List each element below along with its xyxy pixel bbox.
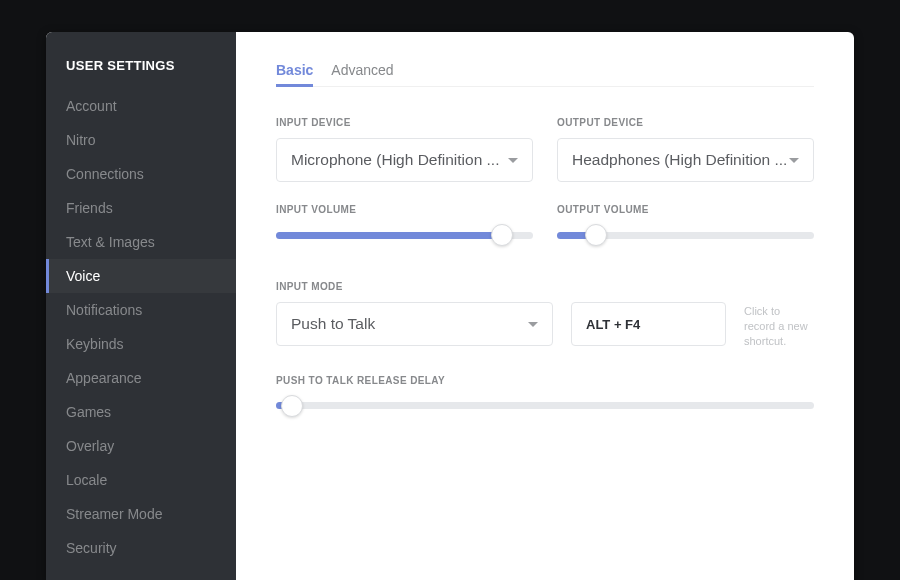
release-delay-slider[interactable] [276,396,814,416]
sidebar-item-locale[interactable]: Locale [46,463,236,497]
chevron-down-icon [789,158,799,163]
chevron-down-icon [528,322,538,327]
tab-basic[interactable]: Basic [276,56,313,87]
sidebar-item-keybinds[interactable]: Keybinds [46,327,236,361]
shortcut-field[interactable]: ALT + F4 [571,302,726,346]
sidebar-item-appearance[interactable]: Appearance [46,361,236,395]
sidebar: USER SETTINGS Account Nitro Connections … [46,32,236,580]
input-device-select[interactable]: Microphone (High Definition ... [276,138,533,182]
output-device-value: Headphones (High Definition ... [572,151,787,169]
sidebar-item-label: Security [66,540,117,556]
input-mode-value: Push to Talk [291,315,375,333]
sidebar-item-label: Friends [66,200,113,216]
input-mode-select[interactable]: Push to Talk [276,302,553,346]
sidebar-item-label: Overlay [66,438,114,454]
output-device-select[interactable]: Headphones (High Definition ... [557,138,814,182]
sidebar-item-friends[interactable]: Friends [46,191,236,225]
sidebar-item-account[interactable]: Account [46,89,236,123]
sidebar-item-label: Connections [66,166,144,182]
shortcut-hint: Click to record a new shortcut. [744,302,814,349]
shortcut-value: ALT + F4 [586,317,640,332]
sidebar-item-streamer-mode[interactable]: Streamer Mode [46,497,236,531]
release-delay-thumb[interactable] [281,395,303,417]
sidebar-item-label: Voice [66,268,100,284]
content-panel: Basic Advanced INPUT DEVICE Microphone (… [236,32,854,580]
input-volume-fill [276,232,502,239]
sidebar-item-notifications[interactable]: Notifications [46,293,236,327]
sidebar-item-label: Games [66,404,111,420]
sidebar-item-games[interactable]: Games [46,395,236,429]
release-delay-label: PUSH TO TALK RELEASE DELAY [276,375,814,386]
chevron-down-icon [508,158,518,163]
sidebar-item-label: Keybinds [66,336,124,352]
sidebar-item-label: Appearance [66,370,142,386]
input-mode-label: INPUT MODE [276,281,814,292]
settings-window: USER SETTINGS Account Nitro Connections … [46,32,854,580]
sidebar-item-nitro[interactable]: Nitro [46,123,236,157]
output-device-label: OUTPUT DEVICE [557,117,814,128]
output-volume-slider[interactable] [557,225,814,245]
sidebar-title: USER SETTINGS [46,58,236,89]
sidebar-item-label: Text & Images [66,234,155,250]
sidebar-item-connections[interactable]: Connections [46,157,236,191]
tab-advanced[interactable]: Advanced [331,56,393,86]
sidebar-item-label: Account [66,98,117,114]
tabs: Basic Advanced [276,56,814,87]
output-volume-label: OUTPUT VOLUME [557,204,814,215]
input-volume-slider[interactable] [276,225,533,245]
input-volume-label: INPUT VOLUME [276,204,533,215]
sidebar-item-label: Locale [66,472,107,488]
sidebar-item-voice[interactable]: Voice [46,259,236,293]
input-device-label: INPUT DEVICE [276,117,533,128]
sidebar-item-label: Nitro [66,132,96,148]
input-volume-thumb[interactable] [491,224,513,246]
sidebar-item-label: Notifications [66,302,142,318]
sidebar-item-security[interactable]: Security [46,531,236,565]
sidebar-item-text-images[interactable]: Text & Images [46,225,236,259]
sidebar-item-label: Streamer Mode [66,506,162,522]
sidebar-item-overlay[interactable]: Overlay [46,429,236,463]
output-volume-thumb[interactable] [585,224,607,246]
input-device-value: Microphone (High Definition ... [291,151,500,169]
